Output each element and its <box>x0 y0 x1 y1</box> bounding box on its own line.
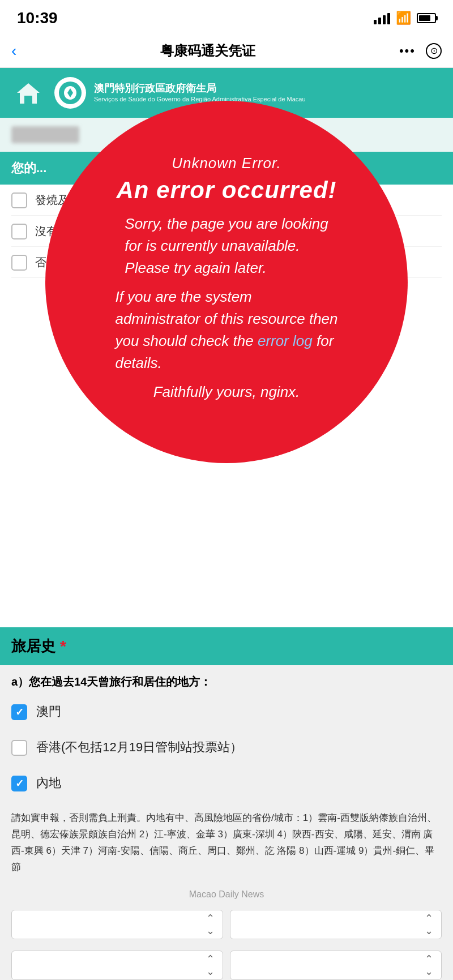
nav-bar: ‹ 粤康码通关凭证 ••• ⊙ <box>0 34 453 68</box>
checkbox-mainland-label: 內地 <box>36 774 61 791</box>
battery-icon <box>417 13 436 23</box>
scan-button[interactable]: ⊙ <box>426 43 442 59</box>
checkbox-hk-label: 香港(不包括12月19日管制站投票站） <box>36 739 242 756</box>
error-log-link[interactable]: error log <box>258 332 313 349</box>
signal-icon <box>374 12 390 24</box>
symptom-row-2: 沒有以上症狀 <box>11 216 442 247</box>
nav-title: 粤康码通关凭证 <box>160 42 255 60</box>
nin-label: 您的... <box>0 152 453 185</box>
check-mark-mainland: ✓ <box>15 777 24 790</box>
org-logo <box>54 77 86 109</box>
status-bar: 10:39 📶 <box>0 0 453 34</box>
checkbox-macau[interactable]: ✓ <box>11 704 27 720</box>
warning-text: 請如實申報，否則需負上刑責。內地有中、高風險地區的省份/城市：1）雲南-西雙版納… <box>0 801 453 885</box>
header-logo-area: 澳門特別行政區政府衛生局 Serviços de Saúde do Govern… <box>54 77 306 109</box>
checkbox-no[interactable] <box>11 255 27 271</box>
checkbox-row-mainland: ✓ 內地 <box>0 765 453 801</box>
nin-text: 您的... <box>11 161 46 175</box>
select-row-1: ⌃⌄ ⌃⌄ <box>0 904 453 945</box>
status-time: 10:39 <box>17 9 58 27</box>
symptom-label-no: 否 <box>35 255 46 270</box>
wifi-icon: 📶 <box>396 11 411 25</box>
subsection-a-label: a）您在過去14天曾旅行和居住的地方： <box>0 665 453 694</box>
nav-right-icons: ••• ⊙ <box>399 43 442 59</box>
watermark: Macao Daily News <box>0 885 453 904</box>
header-banner: 澳門特別行政區政府衛生局 Serviços de Saúde do Govern… <box>0 68 453 118</box>
blurred-personal-info <box>11 126 79 143</box>
org-name-pt: Serviços de Saúde do Governo da Região A… <box>94 95 306 104</box>
select-arrow-4: ⌃⌄ <box>425 953 433 978</box>
symptom-row-3: 否 <box>11 247 442 278</box>
select-arrow-2: ⌃⌄ <box>425 912 433 937</box>
select-box-3[interactable]: ⌃⌄ <box>11 951 223 980</box>
symptom-row-1: 發燒及其他呼吸道症狀 <box>11 185 442 216</box>
error-body-2: If you are the system administrator of t… <box>115 286 337 374</box>
symptom-label-fever: 發燒及其他呼吸道症狀 <box>35 192 148 208</box>
select-arrow-1: ⌃⌄ <box>206 912 215 937</box>
travel-history-label: 旅居史 <box>11 636 55 656</box>
error-signoff: Faithfully yours, nginx. <box>153 381 300 403</box>
select-box-4[interactable]: ⌃⌄ <box>230 951 442 980</box>
more-button[interactable]: ••• <box>399 44 416 58</box>
back-button[interactable]: ‹ <box>11 42 16 60</box>
checkbox-none[interactable] <box>11 224 27 239</box>
select-row-2: ⌃⌄ ⌃⌄ <box>0 945 453 980</box>
check-mark: ✓ <box>15 706 24 718</box>
svg-rect-0 <box>24 96 32 104</box>
symptoms-partial: 發燒及其他呼吸道症狀 沒有以上症狀 否 <box>0 185 453 278</box>
checkbox-mainland[interactable]: ✓ <box>11 776 27 791</box>
travel-history-header: 旅居史 * <box>0 627 453 665</box>
status-icons: 📶 <box>374 11 436 25</box>
select-box-1[interactable]: ⌃⌄ <box>11 910 223 939</box>
org-name-zh: 澳門特別行政區政府衛生局 <box>94 82 306 95</box>
required-star: * <box>60 637 66 656</box>
symptom-label-none: 沒有以上症狀 <box>35 224 103 239</box>
main-content: 您的... 發燒及其他呼吸道症狀 沒有以上症狀 否 Unknown Error.… <box>0 118 453 627</box>
checkbox-macau-label: 澳門 <box>36 703 61 720</box>
checkbox-hk[interactable] <box>11 740 27 756</box>
checkbox-fever[interactable] <box>11 192 27 208</box>
house-icon <box>11 76 45 110</box>
select-arrow-3: ⌃⌄ <box>206 953 215 978</box>
blurred-section <box>0 118 453 152</box>
checkbox-row-hk: 香港(不包括12月19日管制站投票站） <box>0 730 453 765</box>
svg-point-2 <box>69 91 72 95</box>
checkbox-row-macau: ✓ 澳門 <box>0 694 453 730</box>
select-box-2[interactable]: ⌃⌄ <box>230 910 442 939</box>
header-text: 澳門特別行政區政府衛生局 Serviços de Saúde do Govern… <box>94 82 306 104</box>
